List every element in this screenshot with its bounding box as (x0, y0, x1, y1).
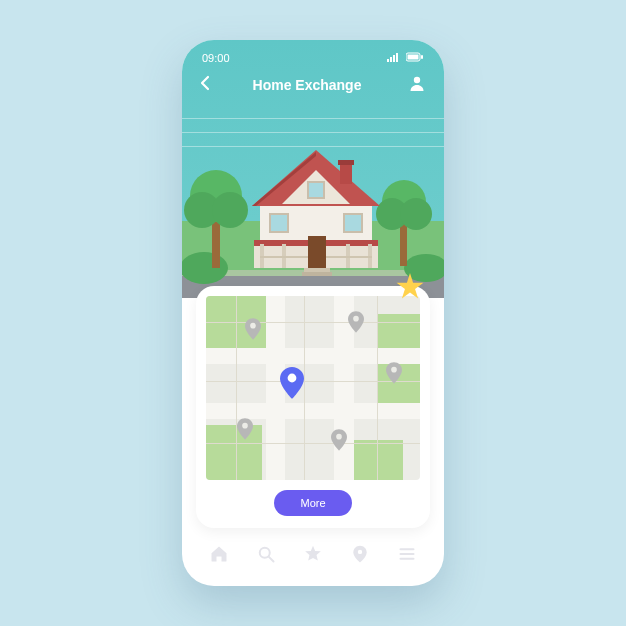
app-header: Home Exchange (182, 74, 444, 96)
map-pin-selected-icon[interactable] (280, 367, 304, 399)
signal-icon (387, 52, 401, 64)
hero-illustration: 09:00 Home Exchange (182, 40, 444, 298)
nav-location-icon[interactable] (349, 543, 371, 565)
page-title: Home Exchange (216, 77, 398, 93)
house-illustration (182, 118, 444, 298)
bottom-nav (182, 530, 444, 586)
svg-point-42 (392, 367, 398, 373)
profile-icon[interactable] (408, 74, 426, 96)
svg-rect-31 (344, 214, 362, 232)
svg-rect-1 (390, 57, 392, 62)
svg-rect-5 (408, 55, 419, 60)
status-bar: 09:00 (182, 52, 444, 64)
svg-rect-39 (302, 272, 332, 276)
svg-rect-49 (399, 548, 414, 550)
map-card: More (196, 286, 430, 528)
svg-point-7 (414, 77, 420, 83)
more-button[interactable]: More (274, 490, 351, 516)
svg-rect-50 (399, 553, 414, 555)
svg-rect-38 (304, 268, 330, 272)
svg-point-45 (287, 374, 296, 383)
svg-rect-37 (338, 160, 354, 165)
svg-point-44 (336, 433, 342, 439)
svg-rect-2 (393, 55, 395, 62)
nav-menu-icon[interactable] (396, 543, 418, 565)
svg-rect-6 (421, 55, 423, 59)
battery-icon (406, 52, 424, 64)
svg-rect-3 (396, 53, 398, 62)
map-pin-icon[interactable] (348, 311, 364, 333)
map-pin-icon[interactable] (245, 318, 261, 340)
map-view[interactable] (206, 296, 420, 480)
back-icon[interactable] (200, 75, 210, 95)
nav-search-icon[interactable] (255, 543, 277, 565)
svg-point-16 (212, 192, 248, 228)
svg-rect-0 (387, 59, 389, 62)
status-time: 09:00 (202, 52, 230, 64)
status-indicators (387, 52, 424, 64)
svg-rect-51 (399, 558, 414, 560)
nav-favorites-icon[interactable] (302, 543, 324, 565)
map-pin-icon[interactable] (237, 418, 253, 440)
map-pin-icon[interactable] (331, 429, 347, 451)
map-pin-icon[interactable] (386, 362, 402, 384)
svg-line-47 (269, 557, 274, 562)
svg-rect-29 (308, 236, 326, 268)
svg-rect-30 (270, 214, 288, 232)
nav-home-icon[interactable] (208, 543, 230, 565)
svg-point-40 (250, 323, 256, 329)
svg-point-11 (182, 252, 228, 284)
phone-frame: 09:00 Home Exchange (182, 40, 444, 586)
svg-point-41 (353, 316, 359, 322)
svg-point-20 (400, 198, 432, 230)
svg-point-48 (358, 550, 362, 554)
svg-rect-35 (308, 182, 324, 198)
svg-point-43 (242, 422, 248, 428)
svg-rect-36 (340, 162, 352, 184)
